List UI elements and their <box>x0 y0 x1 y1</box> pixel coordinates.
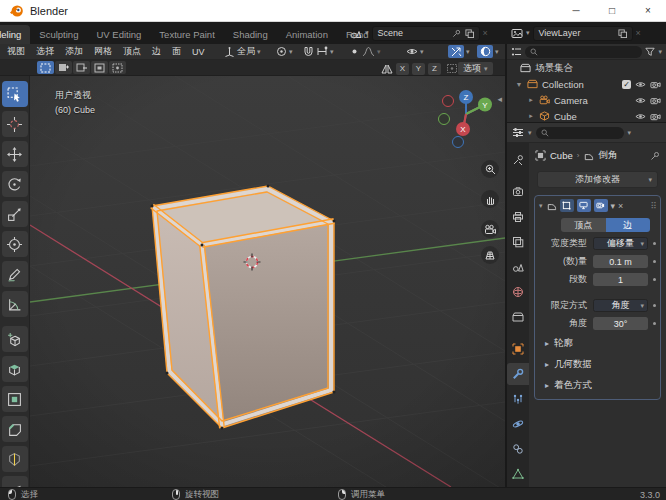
properties-editor-icon[interactable] <box>512 127 524 138</box>
section-shading[interactable]: ▸ 着色方式 <box>535 377 660 394</box>
pan-view-button[interactable] <box>481 190 499 208</box>
hide-eye-icon[interactable] <box>635 96 646 105</box>
move-tool[interactable] <box>2 141 28 167</box>
disable-render-icon[interactable] <box>650 80 661 89</box>
outliner-row-camera[interactable]: ▸ Camera <box>507 92 666 108</box>
gizmo-neg-z[interactable] <box>453 137 464 148</box>
scene-name-field[interactable]: Scene <box>372 26 480 41</box>
tab-render[interactable] <box>507 181 529 203</box>
tab-scene[interactable] <box>507 256 529 278</box>
menu-add[interactable]: 添加 <box>65 45 83 58</box>
shading-mode-toggle[interactable]: ▾ <box>477 45 499 58</box>
inset-faces-tool[interactable] <box>2 386 28 412</box>
maximize-button[interactable]: □ <box>594 0 630 22</box>
select-extend-button[interactable] <box>55 61 72 74</box>
pin-icon[interactable] <box>650 151 660 161</box>
modifier-extras-icon[interactable]: ▾ <box>611 201 616 211</box>
hide-eye-icon[interactable] <box>635 112 646 121</box>
animate-dot[interactable] <box>653 278 656 281</box>
scene-selector[interactable]: ▾ Scene × <box>350 25 488 41</box>
menu-vertex[interactable]: 顶点 <box>123 45 141 58</box>
tab-constraints[interactable] <box>507 438 529 460</box>
tab-uv-editing[interactable]: UV Editing <box>87 25 150 44</box>
viewlayer-name-field[interactable]: ViewLayer <box>533 26 633 41</box>
collapse-icon[interactable]: ▸ <box>527 112 535 120</box>
gizmo-neg-y[interactable] <box>439 114 450 125</box>
menu-face[interactable]: 面 <box>172 45 181 58</box>
collapse-icon[interactable]: ▸ <box>527 96 535 104</box>
tab-modeling[interactable]: deling <box>0 25 30 44</box>
collapse-region-icon[interactable]: ◂ <box>497 94 502 104</box>
animate-dot[interactable] <box>653 242 656 245</box>
disable-render-icon[interactable] <box>650 112 661 121</box>
animate-dot[interactable] <box>653 322 656 325</box>
zoom-view-button[interactable] <box>481 160 499 178</box>
proportional-editing-controls[interactable]: ▾ <box>349 45 381 58</box>
tab-physics[interactable] <box>507 413 529 435</box>
outliner-row-collection[interactable]: ▼ Collection ✓ <box>507 76 666 92</box>
tab-tool[interactable] <box>507 149 529 171</box>
add-cube-tool[interactable] <box>2 326 28 352</box>
extrude-region-tool[interactable] <box>2 356 28 382</box>
properties-search-input[interactable] <box>536 127 624 139</box>
tool-options[interactable]: 选项 ▾ <box>458 62 493 75</box>
toggle-realtime-display[interactable] <box>577 199 591 212</box>
limit-method-dropdown[interactable]: 角度 ▾ <box>593 299 648 312</box>
solid-shading-button[interactable] <box>477 45 493 58</box>
tab-particles[interactable] <box>507 388 529 410</box>
select-set-button[interactable] <box>37 61 54 74</box>
select-intersect-button[interactable] <box>109 61 126 74</box>
xray-toggle[interactable]: ▾ <box>448 45 470 58</box>
toggle-ortho-button[interactable] <box>481 246 499 264</box>
drag-handle-icon[interactable]: ⠿ <box>650 201 656 211</box>
affect-vertices-button[interactable]: 顶点 <box>561 218 606 232</box>
transform-orientation-dropdown[interactable]: 全局 ▾ <box>224 45 261 58</box>
new-copy-icon[interactable] <box>465 29 474 38</box>
menu-view[interactable]: 视图 <box>7 45 25 58</box>
add-modifier-button[interactable]: 添加修改器 ▾ <box>537 171 658 188</box>
tab-animation[interactable]: Animation <box>277 25 337 44</box>
snap-controls[interactable]: ▾ <box>303 45 334 58</box>
section-geometry[interactable]: ▸ 几何数据 <box>535 356 660 373</box>
close-button[interactable]: × <box>630 0 666 22</box>
camera-view-button[interactable] <box>481 220 499 238</box>
segments-field[interactable]: 1 <box>593 273 648 286</box>
width-type-dropdown[interactable]: 偏移量 ▾ <box>593 237 648 250</box>
tab-view-layer[interactable] <box>507 231 529 253</box>
menu-uv[interactable]: UV <box>192 47 205 57</box>
pivot-point-dropdown[interactable]: ▾ <box>276 45 293 58</box>
menu-edge[interactable]: 边 <box>152 45 161 58</box>
scale-tool[interactable] <box>2 201 28 227</box>
measure-tool[interactable] <box>2 291 28 317</box>
mirror-y-toggle[interactable]: Y <box>412 63 425 75</box>
affect-edges-button[interactable]: 边 <box>606 218 651 232</box>
modifier-close-icon[interactable]: × <box>618 201 623 211</box>
animate-dot[interactable] <box>653 260 656 263</box>
tab-collection[interactable] <box>507 306 529 328</box>
navigation-gizmo[interactable]: Z Y X <box>438 88 496 150</box>
menu-select[interactable]: 选择 <box>36 45 54 58</box>
new-copy-icon[interactable] <box>618 29 627 38</box>
toggle-render-display[interactable] <box>594 199 608 212</box>
tab-output[interactable] <box>507 206 529 228</box>
rotate-tool[interactable] <box>2 171 28 197</box>
hide-eye-icon[interactable] <box>635 80 646 89</box>
xray-button[interactable] <box>448 45 464 58</box>
select-subtract-button[interactable] <box>73 61 90 74</box>
breadcrumb-object[interactable]: Cube <box>550 150 573 161</box>
knife-tool[interactable] <box>2 476 28 487</box>
outliner-row-cube[interactable]: ▸ Cube <box>507 108 666 122</box>
gizmo-neg-x[interactable] <box>443 96 454 107</box>
angle-field[interactable]: 30° <box>593 317 648 330</box>
menu-mesh[interactable]: 网格 <box>94 45 112 58</box>
section-profile[interactable]: ▸ 轮廓 <box>535 335 660 352</box>
animate-dot[interactable] <box>653 304 656 307</box>
outliner-editor-icon[interactable] <box>511 47 522 57</box>
transform-tool[interactable] <box>2 231 28 257</box>
annotate-tool[interactable] <box>2 261 28 287</box>
viewport-canvas[interactable]: 用户透视 (60) Cube ◂ Z Y <box>30 76 505 487</box>
viewlayer-selector[interactable]: ▾ ViewLayer × <box>511 25 641 41</box>
outliner-search-input[interactable] <box>525 46 642 58</box>
tab-texture-paint[interactable]: Texture Paint <box>150 25 223 44</box>
loop-cut-tool[interactable] <box>2 446 28 472</box>
